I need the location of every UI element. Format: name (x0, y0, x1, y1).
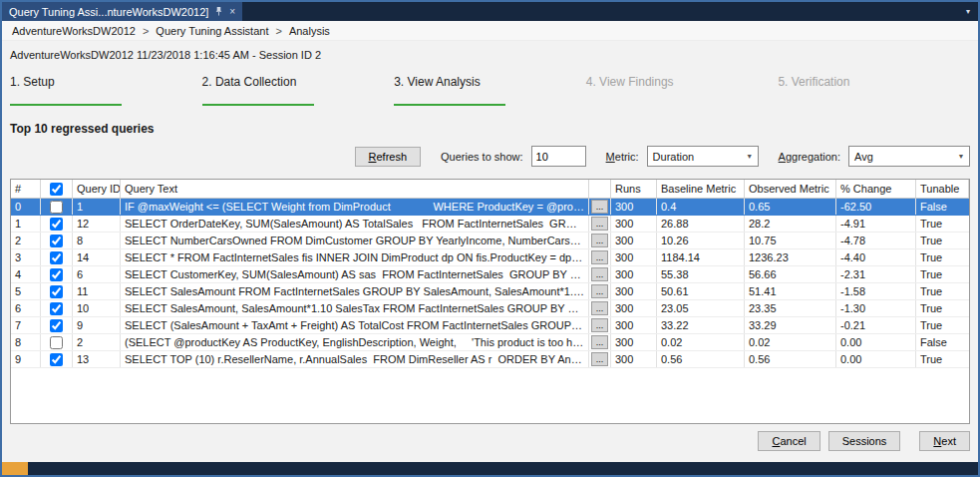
header-baseline-metric[interactable]: Baseline Metric (657, 180, 745, 198)
query-id-cell: 9 (73, 317, 121, 333)
percent-change-cell: -2.31 (836, 266, 916, 282)
row-checkbox[interactable] (50, 336, 63, 349)
row-checkbox[interactable] (50, 319, 63, 332)
cancel-button[interactable]: Cancel (758, 431, 819, 451)
query-detail-button[interactable]: ... (591, 318, 608, 332)
runs-cell: 300 (611, 351, 657, 367)
header-query-id[interactable]: Query ID (73, 180, 121, 198)
percent-change-cell: 0.00 (836, 334, 916, 350)
table-row[interactable]: 610SELECT SalesAmount, SalesAmount*1.10 … (11, 300, 969, 317)
query-detail-cell: ... (589, 249, 611, 265)
table-row[interactable]: 511SELECT SalesAmount FROM FactInternetS… (11, 283, 969, 300)
observed-metric-cell: 23.35 (745, 300, 836, 316)
wizard-step-progress (10, 104, 122, 106)
row-checkbox[interactable] (50, 268, 63, 281)
header-query-text[interactable]: Query Text (121, 180, 589, 198)
header-percent-change[interactable]: % Change (836, 180, 916, 198)
next-button[interactable]: Next (919, 431, 970, 451)
chevron-down-icon: ▼ (953, 153, 969, 160)
header-index[interactable]: # (11, 180, 41, 198)
table-row[interactable]: 01IF @maxWeight <= (SELECT Weight from D… (11, 199, 969, 216)
query-detail-button[interactable]: ... (591, 217, 608, 231)
table-row[interactable]: 79SELECT (SalesAmount + TaxAmt + Freight… (11, 317, 969, 334)
wizard-step: 4. View Findings (586, 75, 779, 106)
document-tab[interactable]: Query Tuning Assi...ntureWorksDW2012] × (2, 2, 242, 21)
tunable-cell: True (916, 351, 969, 367)
tab-list-dropdown-icon[interactable]: ▾ (966, 7, 978, 16)
query-detail-button[interactable]: ... (591, 234, 608, 247)
query-text-cell: SELECT (SalesAmount + TaxAmt + Freight) … (121, 317, 589, 333)
query-text-cell: SELECT SalesAmount FROM FactInternetSale… (121, 283, 589, 299)
row-checkbox[interactable] (50, 218, 63, 231)
query-id-cell: 14 (73, 249, 121, 265)
close-icon[interactable]: × (229, 7, 235, 17)
query-detail-button[interactable]: ... (591, 200, 608, 214)
row-index-cell: 4 (11, 266, 41, 282)
query-text-cell: IF @maxWeight <= (SELECT Weight from Dim… (121, 199, 589, 215)
metric-select[interactable]: Duration ▼ (647, 146, 759, 167)
query-detail-button[interactable]: ... (591, 267, 608, 281)
table-row[interactable]: 28SELECT NumberCarsOwned FROM DimCustome… (11, 233, 969, 249)
breadcrumb-item[interactable]: AdventureWorksDW2012 (12, 25, 136, 37)
aggregation-select[interactable]: Avg ▼ (848, 146, 970, 167)
document-tab-strip: Query Tuning Assi...ntureWorksDW2012] × … (2, 2, 978, 21)
refresh-button[interactable]: Refresh (355, 147, 422, 167)
breadcrumb-separator: > (143, 25, 149, 37)
tunable-cell: False (916, 334, 969, 350)
query-detail-button[interactable]: ... (591, 335, 608, 349)
row-checkbox-cell (41, 317, 73, 333)
query-detail-cell: ... (589, 283, 611, 299)
wizard-step-label: 2. Data Collection (202, 75, 395, 89)
wizard-step: 3. View Analysis (394, 75, 586, 106)
header-detail (589, 180, 611, 198)
query-detail-button[interactable]: ... (591, 250, 608, 264)
query-id-cell: 13 (73, 351, 121, 367)
row-checkbox[interactable] (50, 302, 63, 315)
query-detail-button[interactable]: ... (591, 284, 608, 298)
header-tunable[interactable]: Tunable (916, 180, 969, 198)
query-detail-cell: ... (589, 216, 611, 232)
observed-metric-cell: 0.56 (745, 351, 836, 367)
main-content: AdventureWorksDW2012>Query Tuning Assist… (2, 21, 978, 462)
query-detail-button[interactable]: ... (591, 301, 608, 315)
query-text-cell: SELECT NumberCarsOwned FROM DimCustomer … (121, 233, 589, 248)
header-observed-metric[interactable]: Observed Metric (745, 180, 836, 198)
grid-header-row: # Query ID Query Text Runs Baseline Metr… (11, 180, 969, 199)
runs-cell: 300 (611, 199, 657, 215)
observed-metric-cell: 10.75 (745, 233, 836, 248)
observed-metric-cell: 1236.23 (745, 249, 836, 265)
table-row[interactable]: 314SELECT * FROM FactInternetSales fis I… (11, 249, 969, 266)
row-checkbox[interactable] (50, 235, 63, 247)
runs-cell: 300 (611, 233, 657, 248)
queries-to-show-input[interactable] (531, 146, 586, 167)
query-text-cell: SELECT OrderDateKey, SUM(SalesAmount) AS… (121, 216, 589, 232)
header-checkbox[interactable] (50, 183, 63, 196)
sessions-button[interactable]: Sessions (828, 431, 901, 451)
row-checkbox-cell (41, 249, 73, 265)
percent-change-cell: -1.30 (836, 300, 916, 316)
pin-icon[interactable] (214, 6, 223, 17)
observed-metric-cell: 33.29 (745, 317, 836, 333)
header-checkbox-cell (41, 180, 73, 198)
breadcrumb-item[interactable]: Query Tuning Assistant (156, 25, 268, 37)
row-checkbox[interactable] (50, 353, 63, 366)
query-text-cell: SELECT TOP (10) r.ResellerName, r.Annual… (121, 351, 589, 367)
row-checkbox[interactable] (50, 251, 63, 264)
query-id-cell: 8 (73, 233, 121, 248)
row-index-cell: 6 (11, 300, 41, 316)
table-row[interactable]: 46SELECT CustomerKey, SUM(SalesAmount) A… (11, 266, 969, 283)
document-tab-title: Query Tuning Assi...ntureWorksDW2012] (9, 6, 208, 18)
table-row[interactable]: 913SELECT TOP (10) r.ResellerName, r.Ann… (11, 351, 969, 368)
table-row[interactable]: 112SELECT OrderDateKey, SUM(SalesAmount)… (11, 216, 969, 233)
table-row[interactable]: 82(SELECT @productKey AS ProductKey, Eng… (11, 334, 969, 351)
wizard-step-label: 5. Verification (778, 75, 970, 89)
header-runs[interactable]: Runs (611, 180, 657, 198)
query-id-cell: 1 (73, 199, 121, 215)
breadcrumb: AdventureWorksDW2012>Query Tuning Assist… (2, 21, 978, 41)
section-title: Top 10 regressed queries (10, 122, 970, 136)
query-detail-button[interactable]: ... (591, 352, 608, 366)
row-checkbox[interactable] (50, 285, 63, 298)
row-checkbox[interactable] (50, 201, 63, 214)
row-index-cell: 7 (11, 317, 41, 333)
tunable-cell: True (916, 216, 969, 232)
